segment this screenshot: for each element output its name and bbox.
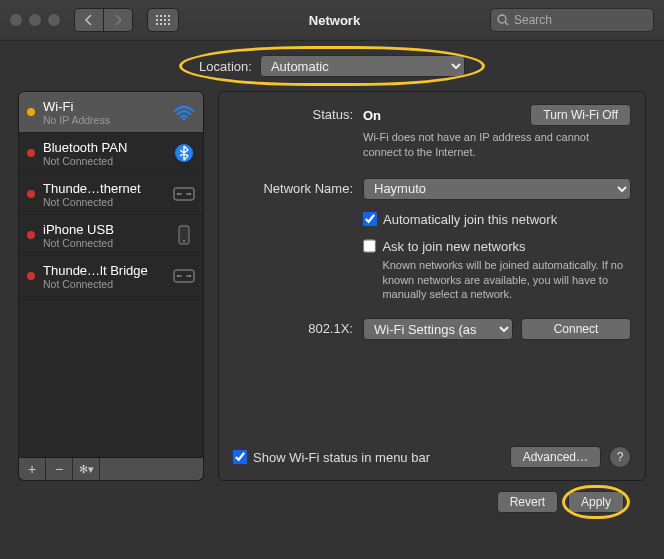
auto-join-checkbox[interactable]	[363, 212, 377, 226]
svg-rect-9	[160, 23, 162, 25]
highlight-ring-apply: Apply	[568, 491, 624, 513]
ethernet-icon	[173, 187, 195, 201]
svg-rect-7	[168, 19, 170, 21]
svg-rect-8	[156, 23, 158, 25]
advanced-button[interactable]: Advanced…	[510, 446, 601, 468]
svg-point-23	[189, 275, 191, 277]
svg-rect-4	[156, 19, 158, 21]
apply-button[interactable]: Apply	[568, 491, 624, 513]
grid-icon	[156, 15, 170, 25]
interface-list[interactable]: Wi-FiNo IP Address Bluetooth PANNot Conn…	[18, 91, 204, 458]
svg-point-17	[177, 193, 179, 195]
back-button[interactable]	[75, 9, 103, 31]
revert-button[interactable]: Revert	[497, 491, 558, 513]
item-sub: Not Connected	[43, 278, 165, 290]
show-menubar-checkbox[interactable]	[233, 450, 247, 464]
item-name: Wi-Fi	[43, 99, 165, 114]
details-panel: Status: On Turn Wi-Fi Off Wi-Fi does not…	[218, 91, 646, 481]
item-name: Thunde…thernet	[43, 181, 165, 196]
all-prefs-button[interactable]	[147, 8, 179, 32]
phone-icon	[173, 225, 195, 245]
8021x-label: 802.1X:	[233, 318, 363, 336]
nav-back-forward	[74, 8, 133, 32]
svg-rect-11	[168, 23, 170, 25]
action-menu-button[interactable]: ✻▾	[73, 458, 100, 480]
ask-join-checkbox[interactable]	[363, 239, 376, 253]
forward-button[interactable]	[103, 9, 132, 31]
item-sub: Not Connected	[43, 196, 165, 208]
ask-join-note: Known networks will be joined automatica…	[382, 258, 631, 303]
svg-point-12	[498, 15, 506, 23]
list-item[interactable]: Bluetooth PANNot Connected	[19, 133, 203, 174]
show-menubar-label: Show Wi-Fi status in menu bar	[253, 450, 430, 465]
item-name: Thunde…lt Bridge	[43, 263, 165, 278]
status-label: Status:	[233, 104, 363, 122]
search-placeholder: Search	[514, 13, 552, 27]
location-select[interactable]: Automatic	[260, 55, 465, 77]
bluetooth-icon	[173, 143, 195, 163]
add-interface-button[interactable]: +	[19, 458, 46, 480]
item-sub: No IP Address	[43, 114, 165, 126]
list-item[interactable]: Thunde…thernetNot Connected	[19, 174, 203, 215]
svg-point-14	[183, 118, 186, 120]
svg-rect-1	[160, 15, 162, 17]
item-sub: Not Connected	[43, 155, 165, 167]
network-name-select[interactable]: Haymuto	[363, 178, 631, 200]
list-item[interactable]: iPhone USBNot Connected	[19, 215, 203, 256]
8021x-select[interactable]: Wi-Fi Settings (as…	[363, 318, 513, 340]
svg-rect-0	[156, 15, 158, 17]
svg-line-13	[505, 22, 508, 25]
svg-rect-10	[164, 23, 166, 25]
svg-rect-2	[164, 15, 166, 17]
location-label: Location:	[199, 59, 252, 74]
list-footer: + − ✻▾	[18, 458, 204, 481]
connect-button[interactable]: Connect	[521, 318, 631, 340]
status-dot-icon	[27, 149, 35, 157]
svg-rect-6	[164, 19, 166, 21]
search-icon	[497, 14, 509, 26]
window-title: Network	[187, 13, 482, 28]
window-controls	[10, 14, 60, 26]
status-value: On	[363, 108, 381, 123]
close-icon[interactable]	[10, 14, 22, 26]
status-note: Wi-Fi does not have an IP address and ca…	[363, 130, 623, 160]
help-button[interactable]: ?	[609, 446, 631, 468]
zoom-icon[interactable]	[48, 14, 60, 26]
auto-join-label: Automatically join this network	[383, 212, 557, 227]
wifi-icon	[173, 104, 195, 120]
svg-point-18	[189, 193, 191, 195]
remove-interface-button[interactable]: −	[46, 458, 73, 480]
bridge-icon	[173, 269, 195, 283]
titlebar: Network Search	[0, 0, 664, 41]
status-dot-icon	[27, 231, 35, 239]
list-item[interactable]: Thunde…lt BridgeNot Connected	[19, 256, 203, 297]
list-item[interactable]: Wi-FiNo IP Address	[19, 92, 203, 133]
search-field[interactable]: Search	[490, 8, 654, 32]
wifi-off-button[interactable]: Turn Wi-Fi Off	[530, 104, 631, 126]
svg-point-22	[177, 275, 179, 277]
network-name-label: Network Name:	[233, 178, 363, 196]
sidebar: Wi-FiNo IP Address Bluetooth PANNot Conn…	[18, 91, 204, 481]
minimize-icon[interactable]	[29, 14, 41, 26]
item-name: Bluetooth PAN	[43, 140, 165, 155]
item-name: iPhone USB	[43, 222, 165, 237]
status-dot-icon	[27, 108, 35, 116]
svg-rect-5	[160, 19, 162, 21]
svg-point-20	[183, 240, 185, 242]
item-sub: Not Connected	[43, 237, 165, 249]
status-dot-icon	[27, 190, 35, 198]
svg-rect-3	[168, 15, 170, 17]
status-dot-icon	[27, 272, 35, 280]
ask-join-label: Ask to join new networks	[382, 239, 631, 254]
